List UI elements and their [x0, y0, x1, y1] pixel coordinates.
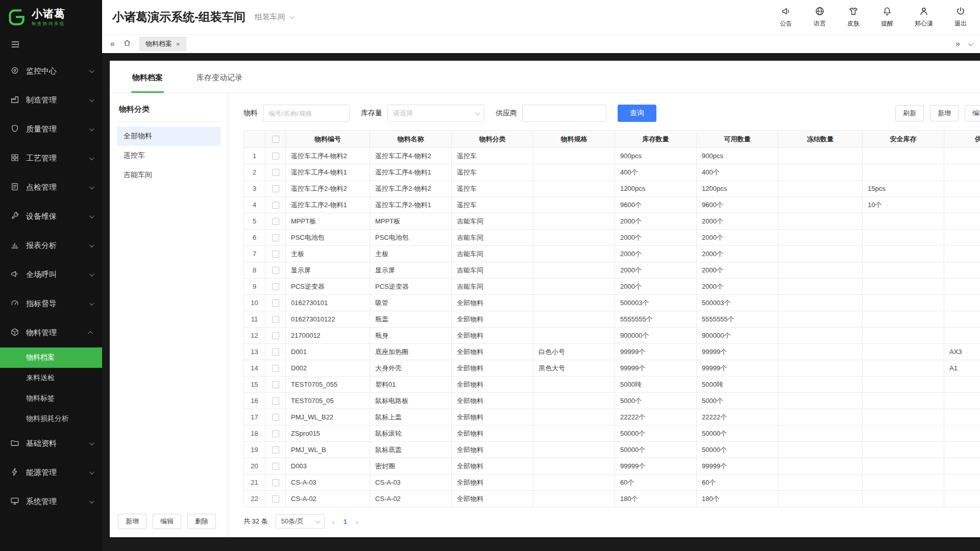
table-row[interactable]: 6 PSC电池包 PSC电池包 吉能车间 2000个 2000个 — [244, 230, 980, 246]
row-checkbox[interactable] — [272, 446, 279, 454]
supplier-search-input[interactable] — [522, 105, 606, 122]
category-delete-button[interactable]: 删除 — [187, 514, 216, 529]
cell-material-spec — [533, 164, 615, 181]
table-row[interactable]: 21 CS-A-03 CS-A-03 全部物料 60个 60个 — [244, 474, 980, 491]
category-edit-button[interactable]: 编辑 — [153, 514, 181, 529]
row-checkbox[interactable] — [272, 218, 279, 225]
table-row[interactable]: 2 遥控车工序4-物料1 遥控车工序4-物料1 遥控车 400个 400个 — [244, 164, 980, 181]
table-row[interactable]: 14 D002 大身外壳 全部物料 黑色大号 99999个 99999个 — [244, 360, 980, 377]
prev-page-button[interactable]: ‹ — [332, 518, 335, 525]
row-checkbox[interactable] — [272, 332, 279, 339]
sidebar-subitem-material-label[interactable]: 物料标签 — [0, 388, 102, 409]
sidebar-item-material-management[interactable]: 物料管理 — [0, 318, 102, 347]
tag-material-archive[interactable]: 物料档案 × — [139, 37, 186, 51]
table-row[interactable]: 8 显示屏 显示屏 吉能车间 2000个 2000个 — [244, 262, 980, 279]
table-row[interactable]: 20 D003 密封圈 全部物料 99999个 99999个 — [244, 458, 980, 474]
refresh-button[interactable]: 刷新 — [895, 105, 924, 121]
skin-button[interactable]: 皮肤 — [847, 6, 860, 28]
edit-material-button[interactable]: 编辑 — [965, 105, 980, 121]
row-checkbox[interactable] — [272, 299, 279, 307]
table-row[interactable]: 10 0162730101 吸管 全部物料 500003个 500003个 — [244, 295, 980, 311]
tab-inventory-change-log[interactable]: 库存变动记录 — [195, 61, 243, 93]
close-tag-icon[interactable]: × — [176, 41, 180, 47]
table-row[interactable]: 9 PCS逆变器 PCS逆变器 吉能车间 2000个 2000个 — [244, 279, 980, 295]
sidebar-item-plant-call[interactable]: 全场呼叫 — [0, 260, 102, 289]
sidebar-subitem-incoming-inspection[interactable]: 来料送检 — [0, 368, 102, 388]
scroll-tags-left-icon[interactable]: « — [110, 40, 115, 48]
sidebar-item-monitor-center[interactable]: 监控中心 — [0, 57, 102, 86]
cell-supplier — [944, 164, 980, 181]
material-search-input[interactable] — [263, 105, 350, 122]
table-row[interactable]: 12 21700012 瓶身 全部物料 900000个 900000个 — [244, 328, 980, 344]
sidebar-item-kpi-supervision[interactable]: 指标督导 — [0, 289, 102, 318]
cell-material-spec — [533, 279, 615, 295]
sidebar-subitem-material-archive[interactable]: 物料档案 — [0, 347, 102, 368]
row-checkbox[interactable] — [272, 234, 279, 241]
row-checkbox[interactable] — [272, 495, 279, 503]
row-checkbox[interactable] — [272, 185, 279, 192]
reminder-button[interactable]: 提醒 — [881, 6, 893, 28]
row-checkbox[interactable] — [272, 316, 279, 323]
category-item[interactable]: 遥控车 — [117, 146, 220, 165]
select-all-checkbox[interactable] — [272, 136, 279, 143]
row-checkbox[interactable] — [272, 202, 279, 209]
table-row[interactable]: 7 主板 主板 吉能车间 2000个 2000个 — [244, 246, 980, 262]
collapse-sidebar-button[interactable] — [0, 34, 102, 57]
row-checkbox[interactable] — [272, 267, 279, 274]
table-row[interactable]: 19 PMJ_WL_B 鼠标底盖 全部物料 50000个 50000个 — [244, 442, 980, 458]
row-checkbox[interactable] — [272, 169, 279, 176]
table-row[interactable]: 17 PMJ_WL_B22 鼠标上盖 全部物料 22222个 22222个 — [244, 409, 980, 425]
table-row[interactable]: 3 遥控车工序2-物料2 遥控车工序2-物料2 遥控车 1200pcs 1200… — [244, 181, 980, 197]
logout-button[interactable]: 退出 — [954, 6, 967, 28]
row-checkbox[interactable] — [272, 381, 279, 388]
stock-filter-select[interactable]: 请选择 — [387, 105, 484, 122]
sidebar-item-inspection[interactable]: 点检管理 — [0, 173, 102, 202]
row-checkbox[interactable] — [272, 430, 279, 437]
table-row[interactable]: 1 遥控车工序4-物料2 遥控车工序4-物料2 遥控车 900pcs 900pc… — [244, 148, 980, 164]
sidebar-item-base-data[interactable]: 基础资料 — [0, 429, 102, 458]
add-material-button[interactable]: 新增 — [930, 105, 959, 121]
language-button[interactable]: 语言 — [814, 6, 826, 28]
user-menu[interactable]: 郑心潇 — [915, 6, 933, 28]
table-row[interactable]: 15 TEST0705_055 塑料01 全部物料 5000吨 5000吨 — [244, 377, 980, 393]
row-checkbox[interactable] — [272, 365, 279, 372]
tag-options-chevron-icon[interactable] — [968, 41, 973, 46]
sidebar-item-energy[interactable]: 能源管理 — [0, 458, 102, 487]
table-row[interactable]: 13 D001 底座加热圈 全部物料 白色小号 99999个 99999个 — [244, 344, 980, 360]
workshop-selector[interactable]: 组装车间 — [255, 12, 293, 22]
announcement-button[interactable]: 公告 — [780, 6, 792, 28]
table-row[interactable]: 11 016273010122 瓶盖 全部物料 5555555个 5555555… — [244, 311, 980, 328]
table-row[interactable]: 4 遥控车工序2-物料1 遥控车工序2-物料1 遥控车 9600个 9600个 — [244, 197, 980, 213]
row-checkbox[interactable] — [272, 397, 279, 405]
next-page-button[interactable]: › — [356, 518, 358, 525]
row-checkbox[interactable] — [272, 251, 279, 258]
row-checkbox[interactable] — [272, 479, 279, 486]
row-checkbox[interactable] — [272, 463, 279, 470]
sidebar-item-manufacturing[interactable]: 制造管理 — [0, 86, 102, 115]
scroll-tags-right-icon[interactable]: » — [955, 40, 960, 48]
cell-material-name: PSC电池包 — [370, 230, 452, 246]
sidebar-item-system[interactable]: 系统管理 — [0, 487, 102, 516]
page-size-select[interactable]: 50条/页 — [276, 514, 325, 529]
category-item[interactable]: 全部物料 — [117, 127, 220, 146]
table-row[interactable]: 16 TEST0705_05 鼠标电路板 全部物料 5000个 5000个 — [244, 393, 980, 409]
sidebar-subitem-material-loss-analysis[interactable]: 物料损耗分析 — [0, 409, 102, 429]
tab-material-archive[interactable]: 物料档案 — [131, 61, 164, 93]
table-row[interactable]: 18 ZSpro015 鼠标滚轮 全部物料 50000个 50000个 — [244, 425, 980, 442]
row-checkbox[interactable] — [272, 414, 279, 421]
row-checkbox[interactable] — [272, 153, 279, 160]
current-page-number[interactable]: 1 — [342, 518, 348, 525]
cell-checkbox — [265, 311, 286, 328]
row-checkbox[interactable] — [272, 283, 279, 290]
sidebar-item-process[interactable]: 工艺管理 — [0, 144, 102, 173]
sidebar-item-equipment-maintenance[interactable]: 设备维保 — [0, 202, 102, 231]
category-add-button[interactable]: 新增 — [118, 514, 146, 529]
table-row[interactable]: 22 CS-A-02 CS-A-02 全部物料 180个 180个 — [244, 491, 980, 507]
search-button[interactable]: 查询 — [618, 105, 656, 122]
category-item[interactable]: 吉能车间 — [117, 165, 220, 185]
row-checkbox[interactable] — [272, 348, 279, 356]
table-row[interactable]: 5 MPPT板 MPPT板 吉能车间 2000个 2000个 — [244, 213, 980, 230]
sidebar-item-report-analysis[interactable]: 报表分析 — [0, 231, 102, 260]
home-icon[interactable] — [123, 39, 131, 49]
sidebar-item-quality[interactable]: 质量管理 — [0, 115, 102, 144]
